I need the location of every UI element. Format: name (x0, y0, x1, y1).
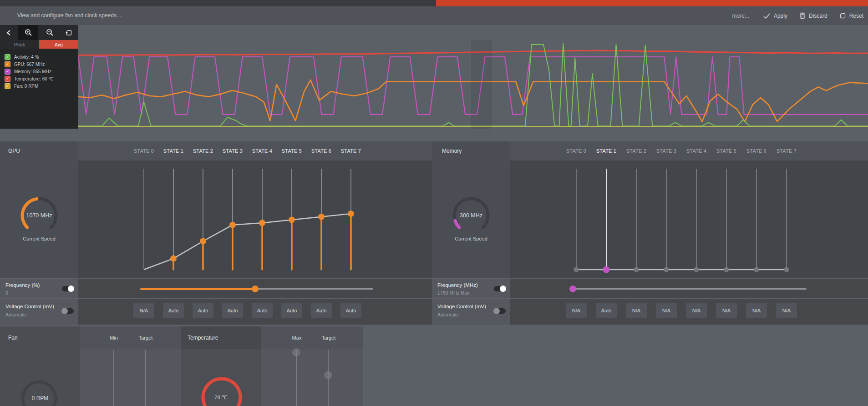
state-voltage-button-3[interactable]: Auto (222, 303, 243, 318)
page-hint: View and configure fan and clock speeds.… (17, 6, 122, 25)
state-tab-7[interactable]: STATE 7 (336, 141, 365, 160)
toggle-knob (500, 286, 506, 292)
toggle-knob (61, 308, 68, 314)
state-voltage-button-6[interactable]: Auto (311, 303, 332, 318)
more-button[interactable]: more... (732, 13, 749, 19)
memory-voltage-toggle[interactable] (494, 308, 506, 314)
legend-item-0[interactable]: ✓Activity: 4 % (0, 53, 78, 60)
temperature-max-slider[interactable] (296, 350, 297, 406)
gpu-left-panel: 1070 MHz Current Speed (0, 160, 78, 278)
legend-checkbox-icon[interactable]: ✓ (5, 83, 10, 89)
tab-peak-label: Peak (14, 42, 25, 47)
state-voltage-button-3[interactable]: N/A (656, 303, 677, 318)
fan-min-slider[interactable] (113, 350, 114, 406)
gpu-section-header: GPU (0, 141, 78, 160)
tab-avg[interactable]: Avg (39, 40, 78, 49)
state-voltage-button-2[interactable]: N/A (626, 303, 647, 318)
reset-button[interactable]: Reset (839, 12, 863, 19)
legend-item-2[interactable]: ✓Memory: 855 MHz (0, 68, 78, 75)
state-tab-1[interactable]: STATE 1 (159, 141, 188, 160)
legend-checkbox-icon[interactable]: ✓ (5, 54, 10, 60)
check-icon (763, 13, 771, 19)
temperature-gauge-value: 78 ℃ (181, 394, 261, 401)
legend-panel: ✓Activity: 4 %✓GPU: 667 MHz✓Memory: 855 … (0, 49, 78, 129)
tab-peak[interactable]: Peak (0, 40, 39, 49)
temperature-target-handle[interactable] (324, 371, 332, 379)
fan-min-label: Min (98, 326, 130, 349)
gpu-frequency-toggle[interactable] (62, 286, 74, 291)
chart-toolbar (0, 25, 78, 40)
state-voltage-button-7[interactable]: Auto (340, 303, 361, 318)
gpu-state-handle[interactable] (170, 256, 177, 262)
memory-state-handle[interactable] (603, 266, 610, 273)
legend-checkbox-icon[interactable]: ✓ (5, 61, 10, 67)
memory-gauge (432, 160, 510, 278)
zoom-in-button[interactable] (18, 25, 38, 40)
back-button[interactable] (3, 25, 15, 40)
state-voltage-button-0[interactable]: N/A (133, 303, 154, 318)
toggle-knob (493, 308, 500, 314)
legend-item-4[interactable]: ✓Fan: 0 RPM (0, 82, 78, 90)
gpu-state-handle[interactable] (200, 238, 206, 245)
state-voltage-button-1[interactable]: Auto (596, 303, 617, 318)
gpu-slider-handle[interactable] (252, 286, 259, 292)
legend-item-label: Temperature: 60 ℃ (14, 76, 54, 81)
temperature-max-handle[interactable] (292, 348, 300, 356)
state-tab-5[interactable]: STATE 5 (277, 141, 306, 160)
legend-item-label: Memory: 855 MHz (14, 69, 51, 74)
legend-checkbox-icon[interactable]: ✓ (5, 69, 10, 75)
state-voltage-button-5[interactable]: Auto (281, 303, 302, 318)
legend-item-3[interactable]: ✓Temperature: 60 ℃ (0, 75, 78, 82)
legend-item-label: Fan: 0 RPM (14, 84, 38, 89)
gpu-state-handle[interactable] (259, 220, 265, 226)
state-voltage-button-5[interactable]: N/A (716, 303, 737, 318)
state-voltage-button-0[interactable]: N/A (566, 303, 587, 318)
memory-gauge-value: 300 MHz (432, 212, 510, 219)
state-tab-1[interactable]: STATE 1 (592, 141, 621, 160)
memory-states-header: STATE 0STATE 1STATE 2STATE 3STATE 4STATE… (510, 141, 868, 160)
state-tab-7[interactable]: STATE 7 (772, 141, 801, 160)
memory-states-chart[interactable] (510, 160, 868, 278)
memory-slider-handle[interactable] (569, 286, 576, 292)
state-tab-4[interactable]: STATE 4 (682, 141, 711, 160)
temperature-max-label: Max (281, 326, 313, 349)
gpu-state-handle[interactable] (289, 216, 295, 223)
state-tab-2[interactable]: STATE 2 (622, 141, 651, 160)
toggle-knob (68, 286, 74, 292)
state-tab-3[interactable]: STATE 3 (218, 141, 247, 160)
state-voltage-button-7[interactable]: N/A (776, 303, 797, 318)
state-tab-6[interactable]: STATE 6 (307, 141, 336, 160)
gpu-state-buttons: N/AAutoAutoAutoAutoAutoAutoAuto (78, 299, 432, 325)
discard-button[interactable]: Discard (799, 12, 827, 19)
gpu-voltage-toggle[interactable] (62, 308, 74, 314)
gpu-state-handle[interactable] (318, 214, 325, 220)
state-voltage-button-4[interactable]: N/A (686, 303, 707, 318)
state-tab-6[interactable]: STATE 6 (742, 141, 771, 160)
gpu-voltage-value: Automatic (5, 312, 27, 317)
fan-minmax-header: Min Target (80, 326, 182, 349)
state-voltage-button-2[interactable]: Auto (193, 303, 213, 318)
state-tab-0[interactable]: STATE 0 (562, 141, 591, 160)
memory-frequency-toggle[interactable] (494, 286, 506, 291)
state-tab-0[interactable]: STATE 0 (129, 141, 158, 160)
state-voltage-button-4[interactable]: Auto (252, 303, 273, 318)
memory-frequency-slider-area (510, 279, 868, 298)
gpu-state-handle[interactable] (229, 222, 236, 228)
reset-view-button[interactable] (61, 25, 76, 40)
fan-target-slider[interactable] (145, 350, 146, 406)
state-tab-3[interactable]: STATE 3 (652, 141, 681, 160)
state-voltage-button-1[interactable]: Auto (163, 303, 184, 318)
gpu-states-chart[interactable] (78, 160, 432, 278)
state-tab-4[interactable]: STATE 4 (248, 141, 277, 160)
apply-button[interactable]: Apply (763, 13, 787, 19)
gpu-gauge-caption: Current Speed (0, 236, 78, 241)
temperature-target-label: Target (313, 326, 345, 349)
legend-checkbox-icon[interactable]: ✓ (5, 76, 10, 82)
expand-icon (65, 29, 72, 36)
state-voltage-button-6[interactable]: N/A (746, 303, 767, 318)
zoom-out-button[interactable] (42, 25, 57, 40)
state-tab-2[interactable]: STATE 2 (188, 141, 218, 160)
state-tab-5[interactable]: STATE 5 (712, 141, 741, 160)
legend-item-1[interactable]: ✓GPU: 667 MHz (0, 60, 78, 68)
gpu-state-handle[interactable] (348, 211, 354, 217)
